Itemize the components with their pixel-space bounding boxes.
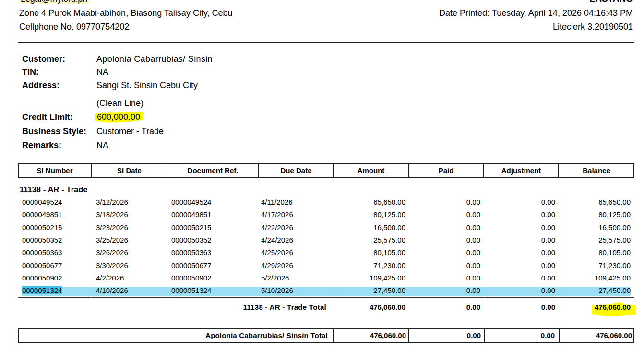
customer-label: Customer: (22, 54, 65, 64)
tin-value: NA (96, 67, 108, 77)
cell-document-ref: 0000049524 (171, 198, 211, 207)
cell-si-date: 3/18/2026 (96, 210, 128, 219)
cell-si-number: 0000050363 (22, 248, 62, 257)
cell-paid: 0.00 (466, 274, 480, 282)
cell-si-number: 0000050215 (22, 223, 62, 232)
remarks-value: NA (96, 140, 108, 150)
header-sep-7 (558, 163, 559, 178)
grand-total-balance: 476,060.00 (596, 331, 632, 340)
company-email: Legal@mylord.ph (19, 0, 89, 4)
header-sep-6 (483, 163, 484, 178)
cell-document-ref: 0000050677 (171, 261, 211, 270)
report-title-right: LASTANG (590, 0, 633, 4)
header-sep-1 (91, 163, 92, 178)
cell-due-date: 5/2/2026 (261, 274, 289, 282)
business-style-label: Business Style: (22, 127, 86, 136)
col-header-adjustment: Adjustment (484, 164, 559, 177)
column-tick (167, 297, 168, 298)
tin-label: TIN: (22, 67, 39, 77)
cell-adjustment: 0.00 (541, 236, 555, 245)
cell-si-date: 3/30/2026 (96, 261, 128, 270)
cell-paid: 0.00 (466, 248, 480, 257)
group-total-paid: 0.00 (466, 303, 480, 312)
cell-amount: 16,500.00 (373, 223, 405, 232)
date-printed: Date Printed: Tuesday, April 14, 2026 04… (439, 8, 633, 18)
cell-balance: 65,650.00 (598, 198, 631, 207)
cell-balance: 80,125.00 (598, 210, 631, 219)
grand-total-sep-2 (408, 328, 409, 343)
group-total-amount: 476,060.00 (370, 303, 405, 312)
column-tick (558, 297, 560, 298)
cell-adjustment: 0.00 (541, 274, 555, 282)
cell-due-date: 4/11/2026 (261, 198, 293, 207)
cell-paid: 0.00 (466, 286, 480, 295)
column-tick (258, 297, 260, 298)
cell-document-ref: 0000051324 (171, 286, 211, 295)
customer-value: Apolonia Cabarrubias/ Sinsin (96, 54, 213, 64)
cell-balance: 71,230.00 (598, 261, 631, 270)
col-header-si-date: SI Date (92, 164, 167, 177)
header-sep-5 (408, 163, 409, 178)
remarks-label: Remarks: (22, 140, 61, 150)
cell-paid: 0.00 (466, 210, 480, 219)
cell-adjustment: 0.00 (541, 210, 555, 219)
cell-si-number: 0000049851 (22, 210, 62, 219)
cell-amount: 109,425.00 (370, 274, 405, 282)
grand-total-adjustment: 0.00 (541, 331, 555, 340)
cell-adjustment: 0.00 (541, 223, 555, 232)
app-version: Liteclerk 3.20190501 (553, 22, 633, 32)
cell-due-date: 4/29/2026 (261, 261, 293, 270)
column-tick (333, 297, 334, 298)
cell-si-date: 4/2/2026 (96, 274, 124, 282)
report-page: Legal@mylord.ph LASTANG Zone 4 Purok Maa… (0, 0, 644, 350)
cell-amount: 25,575.00 (373, 236, 405, 245)
cell-document-ref: 0000049851 (171, 210, 211, 219)
cell-due-date: 5/10/2026 (261, 286, 293, 295)
cell-si-date: 3/23/2026 (96, 223, 128, 232)
header-sep-2 (167, 163, 167, 178)
cell-adjustment: 0.00 (541, 286, 555, 295)
cell-amount: 65,650.00 (373, 198, 405, 207)
cell-amount: 27,450.00 (373, 286, 405, 295)
cell-si-date: 3/12/2026 (96, 198, 128, 207)
cell-due-date: 4/22/2026 (261, 223, 293, 232)
col-header-balance: Balance (559, 164, 634, 177)
grand-total-label: Apolonia Cabarrubias/ Sinsin Total (18, 331, 328, 340)
address-value: Sangi St. Sinsin Cebu City (96, 81, 198, 90)
cell-paid: 0.00 (466, 223, 480, 232)
address-label: Address: (22, 81, 60, 90)
cell-si-number: 0000050902 (22, 274, 62, 282)
credit-limit-label: Credit Limit: (22, 112, 73, 122)
cell-amount: 80,105.00 (373, 248, 405, 257)
cell-adjustment: 0.00 (541, 261, 555, 270)
cell-balance: 27,450.00 (598, 286, 631, 295)
column-tick (408, 297, 409, 298)
cell-adjustment: 0.00 (541, 198, 555, 207)
grand-total-sep-1 (333, 328, 334, 343)
column-tick (91, 297, 93, 298)
header-divider (18, 42, 634, 43)
cell-document-ref: 0000050215 (171, 223, 211, 232)
col-header-document-ref: Document Ref. (167, 164, 259, 177)
header-sep-4 (333, 163, 334, 178)
business-style-value: Customer - Trade (96, 127, 164, 136)
cell-balance: 109,425.00 (595, 274, 631, 282)
grand-total-sep-4 (559, 328, 560, 343)
cell-document-ref: 0000050902 (171, 274, 211, 282)
group-label: 11138 - AR - Trade (20, 186, 88, 194)
grand-total-amount: 476,060.00 (370, 331, 406, 340)
cell-balance: 25,575.00 (598, 236, 631, 245)
address-clean-line: (Clean Line) (96, 98, 143, 108)
cell-document-ref: 0000050363 (171, 248, 211, 257)
group-total-label: 11138 - AR - Trade Total (18, 303, 326, 312)
header-sep-3 (258, 163, 259, 178)
cell-paid: 0.00 (466, 261, 480, 270)
cell-si-number: 0000049524 (22, 198, 62, 207)
cell-balance: 80,105.00 (598, 248, 631, 257)
grand-total-sep-3 (484, 328, 485, 343)
col-header-amount: Amount (334, 164, 408, 177)
cell-balance: 16,500.00 (598, 223, 631, 232)
cell-si-number: 0000051324 (22, 286, 62, 295)
column-tick (483, 297, 485, 298)
cell-paid: 0.00 (466, 236, 480, 245)
